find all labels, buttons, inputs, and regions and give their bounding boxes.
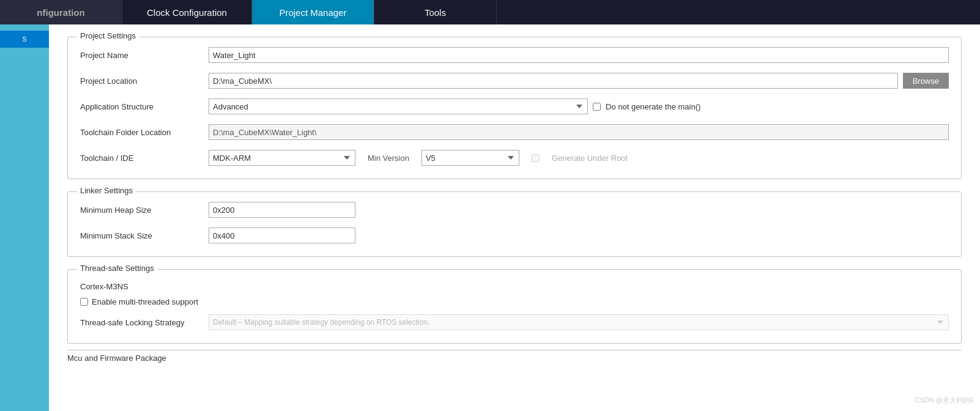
application-structure-select[interactable]: Advanced Basic [209,98,588,114]
watermark: CSDN @意大利的E [915,396,974,405]
min-heap-row: Minimum Heap Size [80,201,949,218]
locking-strategy-select[interactable]: Default – Mapping suitable strategy depe… [209,314,949,330]
project-settings-legend: Project Settings [77,31,139,40]
toolchain-folder-row: Toolchain Folder Location [80,124,949,141]
min-stack-input[interactable] [209,228,355,243]
toolchain-ide-row: Toolchain / IDE MDK-ARM EWARM STM32CubeI… [80,149,949,166]
toolchain-folder-input [209,124,949,140]
enable-multithreaded-label: Enable multi-threaded support [92,297,198,306]
do-not-generate-checkbox[interactable] [593,103,601,111]
main-layout: S Project Settings Project Name Project … [0,24,980,411]
thread-safe-legend: Thread-safe Settings [77,264,157,273]
mcu-firmware-section: Mcu and Firmware Package [67,350,962,363]
enable-multithreaded-row: Enable multi-threaded support [80,297,949,306]
project-name-row: Project Name [80,46,949,64]
do-not-generate-label: Do not generate the main() [606,102,700,111]
min-stack-label: Minimum Stack Size [80,231,209,240]
linker-settings-section: Linker Settings Minimum Heap Size Minimu… [67,191,962,257]
left-sidebar: S [0,24,49,411]
tab-tools[interactable]: Tools [374,0,497,24]
enable-multithreaded-checkbox[interactable] [80,298,88,306]
tab-project-manager[interactable]: Project Manager [252,0,374,24]
linker-settings-legend: Linker Settings [77,186,136,195]
thread-safe-section: Thread-safe Settings Cortex-M3NS Enable … [67,269,962,344]
tab-clock-configuration[interactable]: Clock Configuration [122,0,252,24]
generate-under-root-checkbox[interactable] [532,154,540,162]
browse-button[interactable]: Browse [903,73,949,89]
locking-strategy-row: Thread-safe Locking Strategy Default – M… [80,314,949,331]
content-area: Project Settings Project Name Project Lo… [49,24,980,411]
top-navigation: nfiguration Clock Configuration Project … [0,0,980,24]
min-stack-row: Minimum Stack Size [80,227,949,244]
generate-under-root-label: Generate Under Root [552,154,628,163]
project-location-row: Project Location Browse [80,72,949,89]
locking-strategy-label: Thread-safe Locking Strategy [80,318,209,327]
sidebar-item-s[interactable]: S [0,31,49,48]
toolchain-folder-label: Toolchain Folder Location [80,128,209,137]
project-name-label: Project Name [80,51,209,60]
min-version-select[interactable]: V5 V4 V6 [421,150,519,166]
toolchain-ide-label: Toolchain / IDE [80,154,209,163]
min-heap-input[interactable] [209,202,355,218]
project-name-input[interactable] [209,47,949,63]
project-settings-section: Project Settings Project Name Project Lo… [67,37,962,179]
toolchain-ide-select[interactable]: MDK-ARM EWARM STM32CubeIDE [209,150,355,166]
tab-configuration[interactable]: nfiguration [0,0,122,24]
mcu-firmware-legend: Mcu and Firmware Package [67,354,166,363]
project-location-label: Project Location [80,76,209,86]
application-structure-label: Application Structure [80,102,209,111]
application-structure-row: Application Structure Advanced Basic Do … [80,98,949,115]
min-version-label: Min Version [368,154,409,163]
cortex-m3ns-text: Cortex-M3NS [80,282,949,291]
project-location-input[interactable] [209,73,898,89]
min-heap-label: Minimum Heap Size [80,206,209,215]
